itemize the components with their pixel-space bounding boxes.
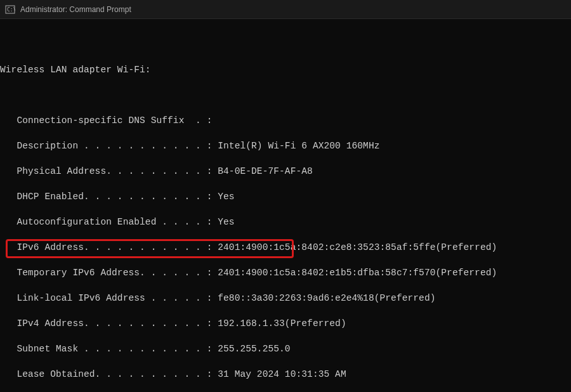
terminal-line: Autoconfiguration Enabled . . . . : Yes bbox=[0, 216, 571, 228]
terminal-output[interactable]: Wireless LAN adapter Wi-Fi: Connection-s… bbox=[0, 19, 571, 392]
terminal-line: IPv4 Address. . . . . . . . . . . : 192.… bbox=[0, 317, 571, 330]
terminal-line: Connection-specific DNS Suffix . : bbox=[0, 114, 571, 127]
window-title: Administrator: Command Prompt bbox=[20, 5, 131, 14]
terminal-line: Lease Obtained. . . . . . . . . . : 31 M… bbox=[0, 368, 571, 381]
terminal-line: Link-local IPv6 Address . . . . . : fe80… bbox=[0, 292, 571, 304]
svg-text:C:\: C:\ bbox=[7, 7, 15, 13]
terminal-line: Physical Address. . . . . . . . . : B4-0… bbox=[0, 165, 571, 178]
terminal-line: Subnet Mask . . . . . . . . . . . : 255.… bbox=[0, 343, 571, 355]
terminal-line: Description . . . . . . . . . . . : Inte… bbox=[0, 140, 571, 152]
terminal-line bbox=[0, 89, 571, 101]
title-bar[interactable]: C:\ Administrator: Command Prompt bbox=[0, 0, 571, 19]
cmd-icon: C:\ bbox=[5, 4, 15, 15]
terminal-line: Temporary IPv6 Address. . . . . . : 2401… bbox=[0, 266, 571, 279]
terminal-line: DHCP Enabled. . . . . . . . . . . : Yes bbox=[0, 190, 571, 203]
terminal-line: Wireless LAN adapter Wi-Fi: bbox=[0, 63, 571, 76]
terminal-line bbox=[0, 38, 571, 51]
terminal-line: IPv6 Address. . . . . . . . . . . : 2401… bbox=[0, 241, 571, 254]
